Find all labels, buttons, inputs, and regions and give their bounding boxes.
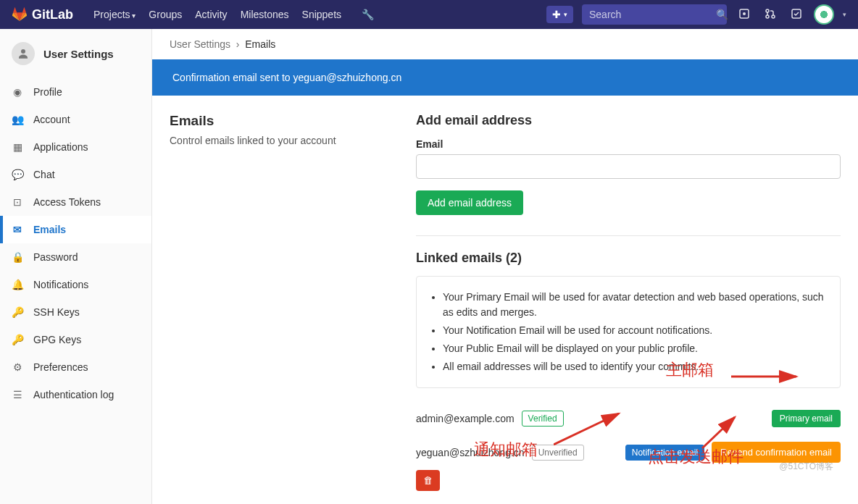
- breadcrumb-current: Emails: [245, 38, 275, 50]
- confirmation-alert: Confirmation email sent to yeguan@szhuiz…: [152, 59, 858, 96]
- sidebar-label: Account: [33, 114, 70, 125]
- sidebar-label: Emails: [33, 224, 66, 235]
- sidebar-item-chat[interactable]: 💬Chat: [0, 161, 151, 188]
- email-info-box: Your Primary Email will be used for avat…: [416, 276, 841, 388]
- wrench-icon[interactable]: 🔧: [362, 9, 374, 20]
- sidebar-label: Preferences: [33, 361, 88, 373]
- right-column: Add email address Email Add email addres…: [416, 113, 841, 498]
- sidebar: User Settings ◉Profile 👥Account ▦Applica…: [0, 29, 152, 504]
- chevron-down-icon: ▾: [564, 11, 567, 18]
- svg-point-1: [743, 12, 746, 15]
- sidebar-item-account[interactable]: 👥Account: [0, 106, 151, 133]
- sidebar-header: User Settings: [0, 29, 151, 78]
- nav-projects[interactable]: Projects: [93, 9, 136, 20]
- chat-icon: 💬: [12, 169, 23, 180]
- email-input[interactable]: [416, 154, 841, 179]
- search-box[interactable]: 🔍: [582, 4, 727, 25]
- email-label: Email: [416, 138, 841, 150]
- key-icon: 🔑: [12, 306, 23, 318]
- top-nav: Projects Groups Activity Milestones Snip…: [93, 9, 374, 20]
- sidebar-item-emails[interactable]: ✉Emails: [0, 216, 151, 243]
- search-icon: 🔍: [716, 9, 728, 20]
- unverified-badge: Unverified: [532, 445, 584, 461]
- add-email-button[interactable]: Add email address: [416, 190, 523, 215]
- sidebar-label: Notifications: [33, 279, 88, 290]
- applications-icon: ▦: [12, 141, 23, 153]
- sidebar-item-notifications[interactable]: 🔔Notifications: [0, 271, 151, 298]
- alert-text: Confirmation email sent to yeguan@szhuiz…: [172, 72, 401, 83]
- user-avatar[interactable]: [814, 4, 834, 25]
- plus-icon: ✚: [552, 9, 561, 20]
- brand-text: GitLab: [32, 7, 73, 22]
- section-title: Emails: [170, 113, 387, 129]
- nav-activity[interactable]: Activity: [195, 9, 227, 20]
- divider: [416, 235, 841, 236]
- svg-point-3: [766, 15, 769, 18]
- notification-email-badge: Notification email: [625, 445, 704, 461]
- key-icon: 🔑: [12, 334, 23, 345]
- email-address: yeguan@szhuizhong.cn: [416, 447, 525, 458]
- sidebar-label: SSH Keys: [33, 306, 80, 318]
- email-address: admin@example.com: [416, 413, 515, 424]
- sidebar-label: GPG Keys: [33, 334, 81, 345]
- email-row-primary: admin@example.com Verified Primary email: [416, 403, 841, 434]
- primary-email-badge: Primary email: [772, 410, 841, 427]
- resend-confirmation-button[interactable]: Resend confirmation email: [712, 442, 841, 463]
- email-row-secondary: yeguan@szhuizhong.cn Unverified Notifica…: [416, 434, 841, 498]
- svg-point-2: [766, 9, 769, 12]
- add-email-heading: Add email address: [416, 113, 841, 128]
- delete-email-button[interactable]: 🗑: [416, 470, 440, 491]
- lock-icon: 🔒: [12, 251, 23, 263]
- verified-badge: Verified: [522, 411, 564, 427]
- sidebar-item-preferences[interactable]: ⚙Preferences: [0, 353, 151, 381]
- sidebar-item-password[interactable]: 🔒Password: [0, 243, 151, 271]
- left-column: Emails Control emails linked to your acc…: [170, 113, 387, 498]
- topbar: GitLab Projects Groups Activity Mileston…: [0, 0, 858, 29]
- watermark: @51CTO博客: [779, 461, 833, 473]
- sidebar-label: Access Tokens: [33, 196, 101, 208]
- sidebar-label: Authentication log: [33, 389, 114, 400]
- linked-emails-heading: Linked emails (2): [416, 251, 841, 266]
- bell-icon: 🔔: [12, 279, 23, 290]
- sidebar-label: Chat: [33, 169, 55, 180]
- gitlab-logo[interactable]: GitLab: [12, 7, 73, 22]
- tanuki-icon: [12, 7, 28, 22]
- merge-requests-icon[interactable]: [762, 5, 779, 25]
- sidebar-label: Profile: [33, 86, 62, 98]
- svg-point-4: [772, 15, 775, 18]
- sidebar-label: Password: [33, 251, 78, 263]
- user-icon: [12, 42, 35, 65]
- nav-snippets[interactable]: Snippets: [302, 9, 341, 20]
- info-item: Your Notification Email will be used for…: [443, 323, 827, 338]
- info-item: Your Public Email will be displayed on y…: [443, 341, 827, 356]
- content: User Settings › Emails Confirmation emai…: [152, 29, 858, 504]
- info-item: All email addresses will be used to iden…: [443, 359, 827, 374]
- token-icon: ⊡: [12, 196, 23, 208]
- chevron-down-icon[interactable]: ▾: [843, 11, 846, 18]
- nav-groups[interactable]: Groups: [149, 9, 182, 20]
- sidebar-item-access-tokens[interactable]: ⊡Access Tokens: [0, 188, 151, 216]
- trash-icon: 🗑: [423, 475, 433, 486]
- section-subtitle: Control emails linked to your account: [170, 135, 387, 146]
- search-input[interactable]: [589, 9, 716, 20]
- sidebar-item-gpg-keys[interactable]: 🔑GPG Keys: [0, 326, 151, 353]
- sidebar-item-ssh-keys[interactable]: 🔑SSH Keys: [0, 298, 151, 326]
- todos-icon[interactable]: [788, 5, 805, 25]
- preferences-icon: ⚙: [12, 361, 23, 373]
- email-icon: ✉: [12, 224, 23, 235]
- nav-milestones[interactable]: Milestones: [241, 9, 289, 20]
- breadcrumb: User Settings › Emails: [152, 29, 858, 59]
- sidebar-label: Applications: [33, 141, 88, 153]
- log-icon: ☰: [12, 389, 23, 400]
- new-button[interactable]: ✚ ▾: [546, 6, 573, 23]
- svg-point-6: [21, 49, 25, 54]
- info-item: Your Primary Email will be used for avat…: [443, 290, 827, 320]
- sidebar-item-profile[interactable]: ◉Profile: [0, 78, 151, 106]
- sidebar-item-auth-log[interactable]: ☰Authentication log: [0, 381, 151, 408]
- breadcrumb-root[interactable]: User Settings: [170, 38, 230, 50]
- topbar-right: ✚ ▾ 🔍 ▾: [546, 4, 846, 25]
- profile-icon: ◉: [12, 86, 23, 98]
- issues-icon[interactable]: [736, 5, 753, 25]
- sidebar-item-applications[interactable]: ▦Applications: [0, 133, 151, 161]
- sidebar-title: User Settings: [43, 48, 114, 60]
